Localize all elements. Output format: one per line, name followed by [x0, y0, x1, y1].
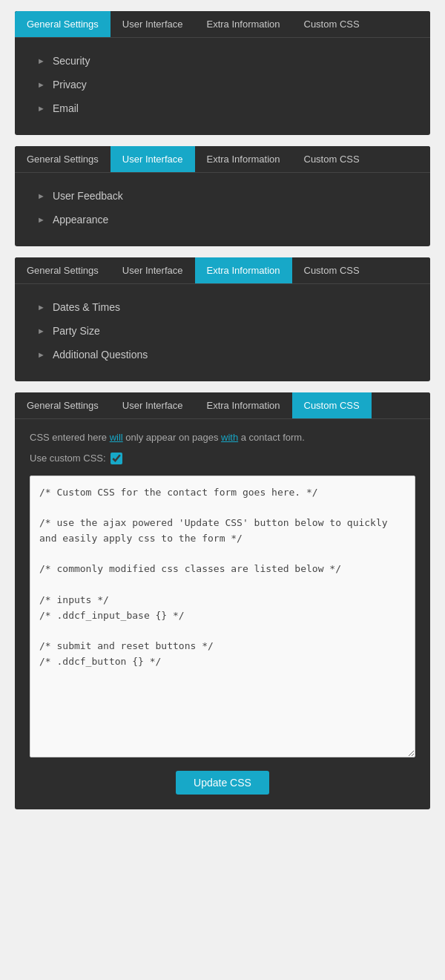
update-btn-row: Update CSS	[30, 771, 415, 795]
tab-general-settings-1[interactable]: General Settings	[15, 11, 111, 37]
menu-item-label: Security	[53, 55, 90, 67]
menu-item-label: Dates & Times	[53, 301, 120, 313]
checkbox-label: Use custom CSS:	[30, 453, 106, 464]
chevron-icon: ►	[37, 350, 45, 359]
menu-item-additional-questions[interactable]: ► Additional Questions	[30, 343, 415, 366]
extra-information-body: ► Dates & Times ► Party Size ► Additiona…	[15, 284, 430, 381]
chevron-icon: ►	[37, 215, 45, 224]
tab-custom-css-1[interactable]: Custom CSS	[292, 11, 372, 37]
menu-item-user-feedback[interactable]: ► User Feedback	[30, 184, 415, 208]
user-interface-panel: General Settings User Interface Extra In…	[15, 146, 430, 246]
tab-custom-css-4[interactable]: Custom CSS	[292, 392, 372, 418]
tab-extra-information-2[interactable]: Extra Information	[195, 146, 292, 172]
tab-custom-css-2[interactable]: Custom CSS	[292, 146, 372, 172]
menu-item-label: User Feedback	[53, 190, 123, 202]
menu-item-label: Appearance	[53, 214, 109, 226]
tab-custom-css-3[interactable]: Custom CSS	[292, 257, 372, 283]
chevron-icon: ►	[37, 56, 45, 65]
tab-user-interface-2[interactable]: User Interface	[111, 146, 195, 172]
use-custom-css-checkbox[interactable]	[111, 453, 122, 464]
tab-extra-information-4[interactable]: Extra Information	[195, 392, 292, 418]
chevron-icon: ►	[37, 303, 45, 312]
tab-general-settings-2[interactable]: General Settings	[15, 146, 111, 172]
tab-user-interface-3[interactable]: User Interface	[111, 257, 195, 283]
menu-item-party-size[interactable]: ► Party Size	[30, 319, 415, 343]
general-settings-panel: General Settings User Interface Extra In…	[15, 11, 430, 135]
tab-user-interface-1[interactable]: User Interface	[111, 11, 195, 37]
custom-css-info-text: CSS entered here will only appear on pag…	[30, 430, 415, 445]
chevron-icon: ►	[37, 326, 45, 335]
menu-item-email[interactable]: ► Email	[30, 96, 415, 120]
use-custom-css-row: Use custom CSS:	[30, 453, 415, 464]
menu-item-security[interactable]: ► Security	[30, 49, 415, 73]
highlight-with: with	[221, 432, 238, 443]
menu-item-dates-times[interactable]: ► Dates & Times	[30, 295, 415, 319]
menu-item-label: Privacy	[53, 79, 87, 91]
tab-user-interface-4[interactable]: User Interface	[111, 392, 195, 418]
extra-information-panel: General Settings User Interface Extra In…	[15, 257, 430, 381]
menu-item-privacy[interactable]: ► Privacy	[30, 73, 415, 96]
update-css-button[interactable]: Update CSS	[176, 771, 269, 795]
menu-item-label: Email	[53, 102, 79, 114]
general-settings-tab-bar: General Settings User Interface Extra In…	[15, 11, 430, 38]
tab-extra-information-3[interactable]: Extra Information	[195, 257, 292, 283]
menu-item-appearance[interactable]: ► Appearance	[30, 208, 415, 231]
chevron-icon: ►	[37, 191, 45, 200]
custom-css-tab-bar: General Settings User Interface Extra In…	[15, 392, 430, 419]
chevron-icon: ►	[37, 104, 45, 113]
menu-item-label: Additional Questions	[53, 349, 148, 361]
custom-css-panel: General Settings User Interface Extra In…	[15, 392, 430, 809]
extra-information-tab-bar: General Settings User Interface Extra In…	[15, 257, 430, 284]
menu-item-label: Party Size	[53, 325, 100, 337]
highlight-will: will	[110, 432, 123, 443]
tab-general-settings-3[interactable]: General Settings	[15, 257, 111, 283]
tab-extra-information-1[interactable]: Extra Information	[195, 11, 292, 37]
general-settings-body: ► Security ► Privacy ► Email	[15, 38, 430, 135]
chevron-icon: ►	[37, 80, 45, 89]
user-interface-body: ► User Feedback ► Appearance	[15, 173, 430, 246]
user-interface-tab-bar: General Settings User Interface Extra In…	[15, 146, 430, 173]
custom-css-textarea[interactable]: /* Custom CSS for the contact form goes …	[30, 476, 415, 757]
custom-css-body: CSS entered here will only appear on pag…	[15, 419, 430, 809]
tab-general-settings-4[interactable]: General Settings	[15, 392, 111, 418]
